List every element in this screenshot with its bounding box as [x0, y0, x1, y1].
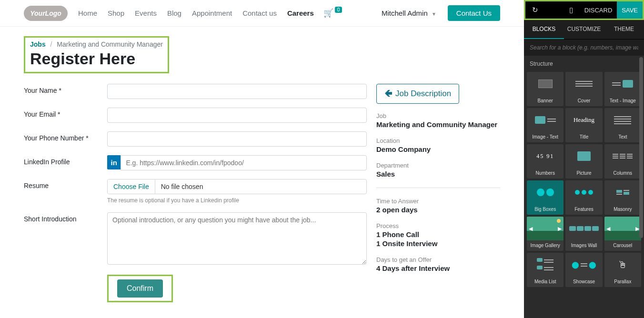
contact-us-button[interactable]: Contact Us: [448, 5, 500, 21]
block-showcase[interactable]: ⬤⬤Showcase: [565, 253, 602, 287]
breadcrumb-root[interactable]: Jobs: [30, 40, 46, 48]
label-email: Your Email *: [24, 108, 107, 123]
top-navbar: YourLogo Home Shop Events Blog Appointme…: [0, 0, 524, 27]
job-sidebar: 🡸 Job Description Job Marketing and Comm…: [376, 84, 500, 302]
intro-textarea[interactable]: [107, 212, 367, 265]
block-media-list[interactable]: Media List: [527, 253, 564, 287]
block-columns[interactable]: Columns: [604, 144, 641, 179]
label-phone: Your Phone Number *: [24, 131, 107, 147]
label-intro: Short Introduction: [24, 212, 107, 266]
value-job: Marketing and Community Manager: [376, 120, 500, 129]
value-location: Demo Company: [376, 145, 500, 153]
highlight-box-title: Jobs / Marketing and Community Manager R…: [24, 36, 169, 73]
breadcrumb: Jobs / Marketing and Community Manager: [30, 40, 163, 48]
name-input[interactable]: [107, 84, 367, 99]
block-title[interactable]: HeadingTitle: [565, 108, 602, 142]
phone-input[interactable]: [107, 131, 367, 147]
undo-icon[interactable]: ↻: [525, 6, 545, 14]
value-process1: 1 Phone Call: [376, 230, 500, 238]
label-location: Location: [376, 137, 500, 144]
mobile-preview-icon[interactable]: ▯: [563, 6, 580, 14]
tab-theme[interactable]: THEME: [604, 20, 644, 39]
block-text-image[interactable]: Text - Image: [604, 72, 641, 106]
save-button[interactable]: SAVE: [617, 1, 643, 19]
block-banner[interactable]: Banner: [527, 72, 564, 106]
user-name: Mitchell Admin: [382, 9, 428, 17]
application-form: Your Name * Your Email * Your Phone Numb…: [24, 84, 367, 302]
label-resume: Resume: [24, 179, 107, 204]
label-linkedin: LinkedIn Profile: [24, 155, 107, 170]
linkedin-input[interactable]: [121, 155, 367, 170]
section-structure-title: Structure: [524, 56, 644, 72]
value-days-offer: 4 Days after Interview: [376, 264, 500, 272]
jd-btn-label: Job Description: [395, 89, 451, 99]
nav-contact[interactable]: Contact us: [242, 9, 277, 17]
nav-home[interactable]: Home: [78, 9, 97, 17]
arrow-left-icon: 🡸: [384, 89, 392, 99]
block-masonry[interactable]: Masonry: [604, 180, 641, 215]
highlight-box-editor-top: ↻ ▯ DISCARD SAVE: [524, 0, 644, 20]
email-input[interactable]: [107, 108, 367, 123]
value-tta: 2 open days: [376, 206, 500, 214]
label-department: Department: [376, 162, 500, 169]
cart-icon: 🛒: [323, 8, 333, 18]
website-editor-panel: ↻ ▯ DISCARD SAVE BLOCKS CUSTOMIZE THEME …: [524, 0, 644, 318]
highlight-box-confirm: Confirm: [107, 275, 173, 302]
confirm-button[interactable]: Confirm: [117, 279, 163, 298]
editor-tabs: BLOCKS CUSTOMIZE THEME: [524, 20, 644, 40]
nav-events[interactable]: Events: [135, 9, 157, 17]
file-chosen-text: No file chosen: [155, 179, 209, 194]
main-nav: Home Shop Events Blog Appointment Contac…: [78, 9, 314, 17]
nav-shop[interactable]: Shop: [108, 9, 124, 17]
block-features[interactable]: Features: [565, 180, 602, 215]
user-menu[interactable]: Mitchell Admin ▼: [382, 9, 436, 17]
block-parallax[interactable]: 🖱Parallax: [604, 253, 641, 287]
page-title: Register Here: [30, 50, 163, 68]
choose-file-button[interactable]: Choose File: [108, 179, 155, 194]
block-image-text[interactable]: Image - Text: [527, 108, 564, 142]
sidebar-divider: [376, 188, 500, 188]
value-process2: 1 Onsite Interview: [376, 239, 500, 248]
block-picture[interactable]: Picture: [565, 144, 602, 179]
cart-button[interactable]: 🛒 0: [323, 8, 342, 18]
label-process: Process: [376, 222, 500, 229]
linkedin-icon: in: [107, 155, 121, 169]
block-text[interactable]: Text: [604, 108, 641, 142]
block-carousel[interactable]: ◀▶Carousel: [604, 217, 641, 251]
nav-appointment[interactable]: Appointment: [192, 9, 232, 17]
job-description-button[interactable]: 🡸 Job Description: [376, 84, 459, 104]
block-numbers[interactable]: 45 91Numbers: [527, 144, 564, 179]
nav-careers[interactable]: Careers: [287, 9, 314, 17]
block-big-boxes[interactable]: Big Boxes: [527, 180, 564, 215]
resume-file-input[interactable]: Choose File No file chosen: [107, 179, 367, 194]
breadcrumb-current: Marketing and Community Manager: [57, 40, 163, 48]
discard-button[interactable]: DISCARD: [580, 7, 617, 14]
block-cover[interactable]: Cover: [565, 72, 602, 106]
tab-customize[interactable]: CUSTOMIZE: [564, 20, 604, 39]
tab-blocks[interactable]: BLOCKS: [524, 20, 564, 39]
editor-scrollbar-thumb[interactable]: [639, 57, 643, 238]
label-days-offer: Days to get an Offer: [376, 256, 500, 263]
value-department: Sales: [376, 170, 500, 178]
block-image-gallery[interactable]: ◀▶Image Gallery: [527, 217, 564, 251]
chevron-down-icon: ▼: [432, 11, 436, 17]
cart-count-badge: 0: [335, 7, 342, 13]
label-job: Job: [376, 112, 500, 119]
nav-blog[interactable]: Blog: [167, 9, 181, 17]
breadcrumb-sep: /: [50, 40, 52, 48]
logo[interactable]: YourLogo: [24, 6, 68, 21]
label-name: Your Name *: [24, 84, 107, 99]
block-images-wall[interactable]: Images Wall: [565, 217, 602, 251]
blocks-grid: Banner Cover Text - Image Image - Text H…: [524, 72, 644, 292]
label-tta: Time to Answer: [376, 198, 500, 205]
resume-help-text: The resume is optional if you have a Lin…: [107, 197, 367, 204]
block-search-input[interactable]: [524, 40, 644, 56]
